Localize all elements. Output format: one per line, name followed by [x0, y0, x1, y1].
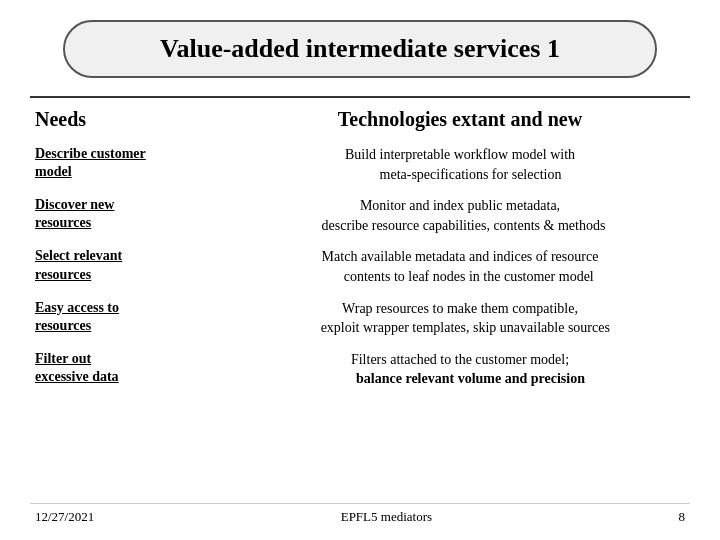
tech-cell-1: Monitor and index public metadata, descr… — [235, 196, 685, 235]
slide: Value-added intermediate services 1 Need… — [0, 0, 720, 540]
tech-cell-2: Match available metadata and indices of … — [235, 247, 685, 286]
tech-cell-3: Wrap resources to make them compatible, … — [235, 299, 685, 338]
need-cell-3: Easy access toresources — [35, 299, 235, 335]
header-row: Needs Technologies extant and new — [30, 108, 690, 131]
table-row: Describe customermodel Build interpretab… — [30, 141, 690, 188]
need-cell-1: Discover newresources — [35, 196, 235, 232]
title-container: Value-added intermediate services 1 — [30, 20, 690, 78]
title-divider — [30, 96, 690, 98]
footer-page: 8 — [679, 509, 686, 525]
footer-center: EPFL5 mediators — [341, 509, 432, 525]
table-row: Filter outexcessive data Filters attache… — [30, 346, 690, 393]
table-row: Easy access toresources Wrap resources t… — [30, 295, 690, 342]
need-cell-2: Select relevantresources — [35, 247, 235, 283]
tech-column-header: Technologies extant and new — [235, 108, 685, 131]
needs-column-header: Needs — [35, 108, 235, 131]
table-row: Discover newresources Monitor and index … — [30, 192, 690, 239]
footer: 12/27/2021 EPFL5 mediators 8 — [30, 503, 690, 525]
tech-cell-4: Filters attached to the customer model; … — [235, 350, 685, 389]
tech-cell-0: Build interpretable workflow model with … — [235, 145, 685, 184]
need-cell-4: Filter outexcessive data — [35, 350, 235, 386]
table-row: Select relevantresources Match available… — [30, 243, 690, 290]
footer-date: 12/27/2021 — [35, 509, 94, 525]
need-cell-0: Describe customermodel — [35, 145, 235, 181]
slide-title: Value-added intermediate services 1 — [63, 20, 657, 78]
content-area: Describe customermodel Build interpretab… — [30, 141, 690, 498]
